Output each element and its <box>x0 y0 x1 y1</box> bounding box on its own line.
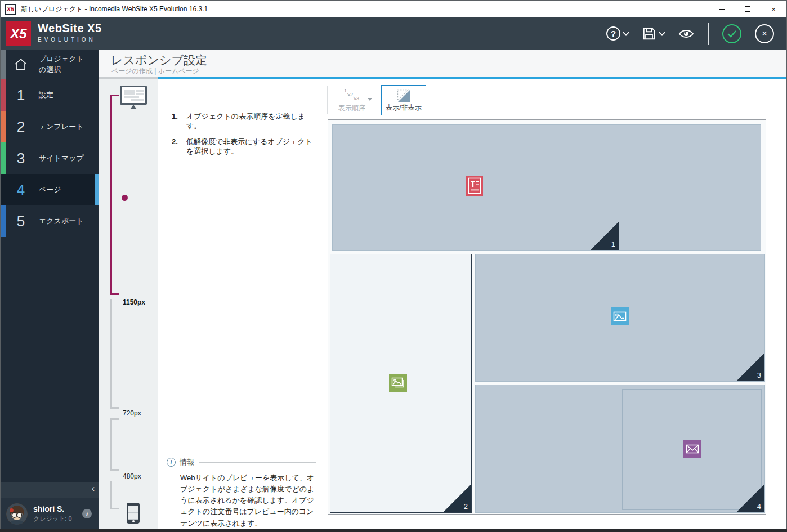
text-object-icon <box>466 176 483 196</box>
badge-number: 3 <box>757 371 761 379</box>
toolbar-separator <box>327 86 328 114</box>
layout-block-4-email[interactable]: 4 <box>475 385 765 513</box>
window-title: 新しいプロジェクト - Incomedia WebSite X5 Evoluti… <box>21 5 208 14</box>
slider-tick <box>110 469 119 471</box>
show-hide-label: 表示/非表示 <box>386 103 421 113</box>
check-icon <box>727 30 737 38</box>
minimize-button[interactable] <box>709 1 735 17</box>
object-order-badge: 3 <box>736 353 764 381</box>
slider-active-bottom-tick <box>110 293 119 295</box>
step-color-strip <box>1 142 6 174</box>
instruction-step: 1. オブジェクトの表示順序を定義します。 <box>172 112 319 131</box>
column-divider <box>619 125 619 250</box>
phone-screen <box>128 506 138 520</box>
show-hide-button[interactable]: 表示/非表示 <box>381 85 426 115</box>
brand-edition: EVOLUTION <box>38 37 102 43</box>
step-number: 2. <box>172 137 186 157</box>
avatar <box>6 503 28 525</box>
object-order-badge: 2 <box>443 484 471 512</box>
breadcrumb: ページの作成 | ホームページ <box>111 66 199 76</box>
sidebar-item-label: テンプレート <box>39 122 84 132</box>
sidebar-item-label: サイトマップ <box>39 153 84 164</box>
toolbar-separator <box>377 86 377 114</box>
app-header: X5 WebSite X5 EVOLUTION ? <box>1 17 786 50</box>
taskbar-edge <box>0 529 787 532</box>
layout-block-2-gallery[interactable]: 2 <box>330 254 472 513</box>
step-color-strip <box>1 79 6 111</box>
breakpoint-label-1150: 1150px <box>123 298 145 306</box>
close-icon: × <box>771 5 776 14</box>
help-button[interactable]: ? <box>606 26 628 41</box>
instructions: 1. オブジェクトの表示順序を定義します。 2. 低解像度で非表示にするオブジェ… <box>172 112 319 163</box>
page-title: レスポンシブ設定 <box>111 52 207 68</box>
resolution-slider[interactable]: 1150px 720px 480px <box>99 79 158 529</box>
gallery-object-icon <box>389 374 407 392</box>
save-button[interactable] <box>642 26 664 41</box>
user-credit: クレジット: 0 <box>33 515 72 523</box>
sidebar-item-label: ページ <box>39 185 61 195</box>
sidebar-item-label: 設定 <box>39 90 53 101</box>
step-color-strip <box>1 50 6 79</box>
chevron-down-icon <box>659 29 665 35</box>
smartphone-icon <box>127 503 140 524</box>
maximize-button[interactable] <box>735 1 761 17</box>
slider-handle[interactable] <box>122 195 128 201</box>
responsive-layout-canvas: 1 2 <box>328 119 766 515</box>
info-text: Webサイトのプレビューを表示して、オブジェクトがさまざまな解像度でどのように表… <box>180 472 317 529</box>
layout-block-1-text[interactable]: 1 <box>332 124 761 251</box>
display-order-icon: 1 ↘ 2 ↘ 3 <box>341 88 363 102</box>
brand-name: WebSite X5 <box>38 22 102 35</box>
save-icon <box>642 26 656 41</box>
brand-block: WebSite X5 EVOLUTION <box>38 22 102 43</box>
step-number: 4 <box>8 181 34 199</box>
close-button[interactable]: × <box>761 1 786 17</box>
step-color-strip <box>1 111 6 142</box>
ok-button[interactable] <box>722 24 741 43</box>
info-label: 情報 <box>180 457 194 467</box>
preview-button[interactable] <box>678 28 695 40</box>
monitor-screen-content <box>123 89 144 101</box>
account-info-icon[interactable]: i <box>82 509 92 518</box>
sidebar-item-sitemap[interactable]: 3 サイトマップ <box>1 142 99 174</box>
phone-home-button <box>132 520 135 522</box>
app-mini-logo-icon: X5 <box>5 4 16 15</box>
eye-icon <box>678 28 695 40</box>
application-window: X5 新しいプロジェクト - Incomedia WebSite X5 Evol… <box>0 0 787 532</box>
chevron-down-icon <box>623 29 629 35</box>
user-name: shiori S. <box>33 504 72 513</box>
show-hide-icon <box>396 88 411 103</box>
sidebar-item-project-selection[interactable]: プロジェクト の選択 <box>1 50 99 79</box>
layout-block-3-image[interactable]: 3 <box>475 254 765 382</box>
slider-tick <box>110 407 119 409</box>
page-header: レスポンシブ設定 ページの作成 | ホームページ <box>99 50 786 79</box>
sidebar-item-template[interactable]: 2 テンプレート <box>1 111 99 142</box>
info-box: i 情報 Webサイトのプレビューを表示して、オブジェクトがさまざまな解像度でど… <box>167 457 316 529</box>
title-bar: X5 新しいプロジェクト - Incomedia WebSite X5 Evol… <box>1 1 786 17</box>
dropdown-caret-icon <box>368 98 372 101</box>
display-order-button[interactable]: 1 ↘ 2 ↘ 3 表示順序 <box>329 85 375 115</box>
breakpoint-label-480: 480px <box>123 472 141 480</box>
object-order-badge: 4 <box>736 484 764 512</box>
order-digit: 3 <box>356 96 359 101</box>
step-number: 3 <box>8 150 34 167</box>
sidebar-item-label: プロジェクト の選択 <box>39 54 84 75</box>
step-number: 1. <box>172 112 186 131</box>
breakpoint-label-720: 720px <box>123 409 141 417</box>
minimize-icon <box>719 9 725 10</box>
sidebar-item-settings[interactable]: 1 設定 <box>1 79 99 111</box>
cancel-button[interactable]: × <box>755 24 774 43</box>
maximize-icon <box>745 6 750 12</box>
step-number: 2 <box>8 118 34 136</box>
info-icon: i <box>167 458 176 467</box>
collapse-sidebar-button[interactable]: ‹ <box>92 484 95 494</box>
slider-active-track <box>110 95 112 295</box>
image-object-icon <box>611 307 629 325</box>
instruction-step: 2. 低解像度で非表示にするオブジェクトを選択します。 <box>172 137 319 157</box>
step-text: オブジェクトの表示順序を定義します。 <box>186 112 319 131</box>
help-icon: ? <box>606 26 620 41</box>
sidebar-item-pages[interactable]: 4 ページ <box>1 174 99 205</box>
slider-track <box>110 299 112 409</box>
sidebar-item-export[interactable]: 5 エクスポート <box>1 205 99 237</box>
slider-track <box>110 418 112 471</box>
header-underline-accent <box>158 77 786 79</box>
